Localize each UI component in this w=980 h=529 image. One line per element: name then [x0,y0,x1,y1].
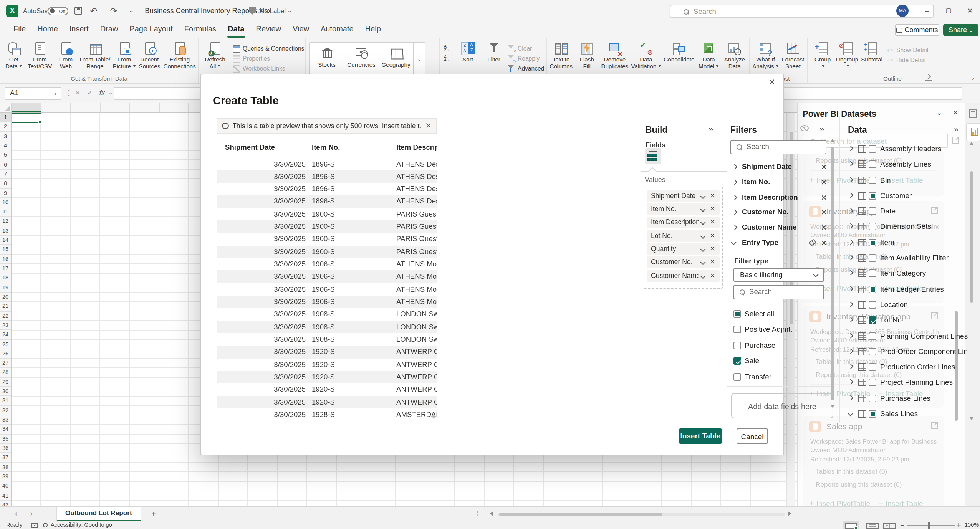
scroll-right-icon[interactable]: ▸ [434,424,437,425]
checkbox[interactable] [869,317,876,324]
scroll-up-icon[interactable] [432,161,436,164]
filter-field[interactable]: Shipment Date ✕ [730,160,827,175]
row-header[interactable]: 42 [0,501,11,506]
autosave-toggle[interactable]: Off [48,7,68,15]
ribbon-small-button[interactable]: Hide Detail [886,55,928,65]
row-header[interactable]: 6 [0,160,11,170]
data-table-item[interactable]: Customer [840,188,968,204]
field-chip[interactable]: Shipment Date ✕ [646,190,719,202]
data-type-button[interactable]: Currencies [344,43,379,75]
ribbon-small-button[interactable]: Show Detail [886,45,928,55]
data-table-item[interactable]: Project Planning Lines [840,375,968,391]
ribbon-button[interactable]: Data Model [697,41,720,70]
preview-col-header[interactable]: Item Description [396,144,437,151]
ribbon-button[interactable]: Get Data [2,41,25,70]
row-header[interactable]: 1 [0,113,12,122]
ribbon-button[interactable]: Text to Columns [550,41,573,70]
row-header[interactable]: 30 [0,387,11,397]
enter-formula-icon[interactable]: ✓ [84,87,95,99]
normal-view-icon[interactable] [845,522,857,529]
checkbox[interactable] [733,326,741,334]
ribbon-tab[interactable]: View [287,21,315,38]
field-chip[interactable]: Customer Name ✕ [646,270,719,282]
data-table-item[interactable]: Planning Component Lines [840,328,968,344]
checkbox[interactable] [869,223,876,231]
data-table-item[interactable]: Date [840,203,968,219]
redo-button[interactable]: ↷ [106,0,121,21]
filters-search-input[interactable]: Search [730,140,826,154]
ribbon-button[interactable]: From Table/ Range [79,41,110,70]
sort-ascending-button[interactable]: A Z↓ [444,45,450,52]
chevron-icon[interactable] [848,380,853,385]
chevron-icon[interactable] [848,302,853,307]
ribbon-tab[interactable]: Automate [315,21,359,38]
cancel-formula-icon[interactable]: × [72,87,83,99]
chevron-right-icon[interactable] [732,225,737,230]
ribbon-button[interactable]: Consolidate [664,41,694,63]
chevron-icon[interactable] [848,411,853,416]
ribbon-button[interactable]: Group [811,41,834,70]
fields-view-button[interactable] [645,148,661,164]
chevron-right-icon[interactable] [732,180,737,185]
row-header[interactable]: 5 [0,151,11,160]
clear-filter-icon[interactable] [809,239,816,246]
ribbon-tab[interactable]: Formulas [179,21,222,38]
row-header[interactable]: 41 [0,491,11,501]
row-header[interactable]: 15 [0,245,11,255]
data-table-item[interactable]: Document No. [840,422,968,422]
scroll-up-icon[interactable] [830,139,835,142]
data-table-item[interactable]: Item Availability Filter [840,250,968,266]
gallery-more-button[interactable]: ⌄ [413,43,425,75]
formula-bar-handle[interactable]: ⋮ [65,87,72,99]
collapse-panel-icon[interactable]: » [954,124,958,134]
insert-table-button[interactable]: Insert Table [679,428,722,444]
remove-filter-icon[interactable]: ✕ [821,175,827,190]
ribbon-tab[interactable]: Review [250,21,287,38]
column-header[interactable] [159,102,189,112]
macro-record-icon[interactable] [31,523,38,528]
preview-col-header[interactable]: Item No. [312,144,340,151]
chevron-right-icon[interactable] [732,195,737,200]
chevron-icon[interactable] [848,317,853,322]
row-header[interactable]: 35 [0,434,11,444]
row-header[interactable]: 13 [0,226,11,236]
next-sheet-icon[interactable]: › [26,507,37,521]
scroll-left-icon[interactable] [490,511,493,516]
chevron-right-icon[interactable] [732,164,737,169]
filter-field[interactable]: Customer No. ✕ [730,205,827,221]
dialog-close-icon[interactable]: ✕ [766,78,777,88]
remove-filter-icon[interactable]: ✕ [821,220,827,236]
filters-scrollbar[interactable] [831,147,834,400]
save-icon[interactable] [74,7,82,15]
filter-option[interactable]: Purchase [733,338,825,354]
chevron-down-icon[interactable] [700,220,705,225]
remove-filter-icon[interactable]: ✕ [821,236,827,251]
collapse-ribbon-icon[interactable]: ⌄ [970,74,975,81]
ribbon-button[interactable]: Ungroup [836,41,859,70]
ribbon-button[interactable]: Recent Sources [138,41,161,70]
ribbon-small-button[interactable]: Clear [508,44,544,54]
data-type-button[interactable]: Stocks [310,43,344,75]
data-table-item[interactable]: Bin [840,172,968,188]
filter-type-dropdown[interactable]: Basic filtering [733,268,824,281]
chevron-icon[interactable] [848,286,853,291]
row-header[interactable]: 9 [0,188,11,198]
checkbox[interactable] [869,285,876,293]
ribbon-button[interactable]: Flash Fill [575,41,598,70]
scroll-down-icon[interactable] [432,416,436,419]
preview-col-header[interactable]: Shipment Date [225,144,275,151]
row-header[interactable]: 11 [0,207,11,217]
remove-field-icon[interactable]: ✕ [710,257,715,268]
row-header[interactable]: 19 [0,283,11,293]
remove-field-icon[interactable]: ✕ [710,190,715,201]
column-header[interactable] [41,102,71,112]
filter-field[interactable]: Item Description ✕ [730,190,827,205]
chevron-down-icon[interactable] [700,193,705,198]
minimize-button[interactable]: – [921,0,933,21]
chevron-down-icon[interactable] [700,246,705,251]
row-header[interactable]: 32 [0,406,11,415]
scroll-up-icon[interactable] [969,142,974,145]
row-header[interactable]: 38 [0,463,11,472]
data-table-item[interactable]: Location [840,297,968,313]
row-header[interactable]: 14 [0,236,11,245]
